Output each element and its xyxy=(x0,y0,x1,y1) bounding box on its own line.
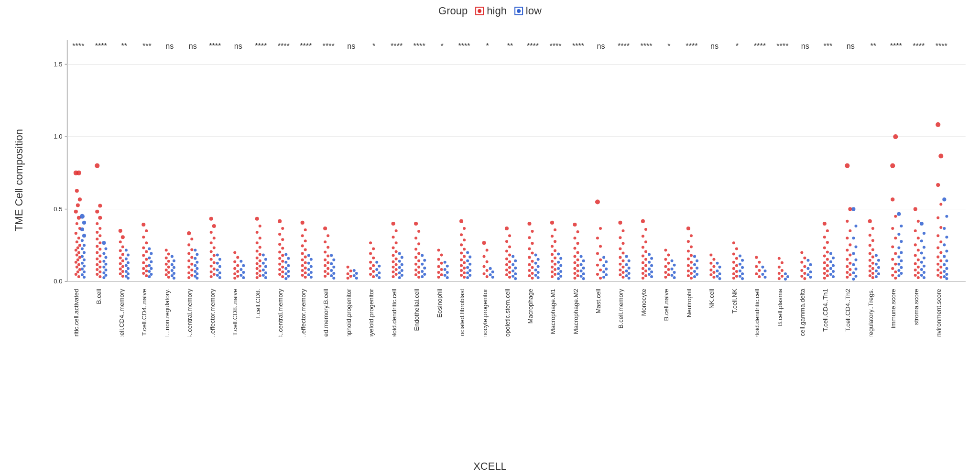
svg-point-310 xyxy=(324,270,327,273)
svg-point-758 xyxy=(849,273,851,276)
legend-group-label: Group xyxy=(438,5,468,17)
svg-point-458 xyxy=(508,260,511,263)
svg-point-156 xyxy=(171,274,174,277)
svg-point-177 xyxy=(196,267,198,270)
svg-point-818 xyxy=(897,263,900,266)
svg-point-789 xyxy=(877,259,880,262)
svg-point-195 xyxy=(210,270,213,273)
svg-point-595 xyxy=(642,261,644,264)
svg-point-362 xyxy=(395,273,398,276)
svg-point-580 xyxy=(625,263,628,266)
svg-point-763 xyxy=(854,245,857,248)
svg-text:ns: ns xyxy=(847,42,855,50)
svg-point-370 xyxy=(398,271,401,274)
svg-point-368 xyxy=(398,266,401,269)
svg-point-303 xyxy=(327,246,329,248)
svg-point-571 xyxy=(621,259,624,262)
svg-point-38 xyxy=(75,273,77,276)
svg-point-870 xyxy=(945,215,948,218)
svg-point-290 xyxy=(304,276,307,279)
svg-point-500 xyxy=(554,240,556,243)
svg-point-658 xyxy=(719,266,721,269)
svg-text:Myeloid.dendritic.cell.activat: Myeloid.dendritic.cell.activated xyxy=(73,289,80,336)
svg-point-486 xyxy=(528,274,531,277)
svg-point-598 xyxy=(644,270,647,272)
svg-point-498 xyxy=(554,228,556,231)
svg-point-685 xyxy=(758,261,761,264)
svg-point-383 xyxy=(417,266,420,269)
svg-point-399 xyxy=(440,262,443,265)
svg-point-407 xyxy=(444,268,446,271)
svg-point-384 xyxy=(414,269,417,271)
svg-point-84 xyxy=(104,263,107,266)
svg-point-74 xyxy=(98,266,101,269)
svg-point-46 xyxy=(81,247,84,250)
svg-point-700 xyxy=(781,275,784,278)
svg-point-691 xyxy=(763,270,766,272)
svg-point-120 xyxy=(142,246,145,249)
svg-point-516 xyxy=(557,267,560,270)
svg-point-435 xyxy=(468,274,471,277)
svg-point-602 xyxy=(648,253,651,256)
svg-point-48 xyxy=(81,255,84,258)
svg-point-173 xyxy=(196,253,198,256)
svg-point-526 xyxy=(573,247,576,249)
svg-point-667 xyxy=(735,257,738,260)
svg-point-232 xyxy=(259,259,261,262)
svg-point-768 xyxy=(852,271,855,274)
svg-point-460 xyxy=(508,266,511,269)
svg-point-116 xyxy=(142,223,145,227)
svg-point-155 xyxy=(173,272,175,275)
svg-point-98 xyxy=(121,259,124,262)
svg-point-203 xyxy=(218,271,221,274)
svg-point-298 xyxy=(310,276,313,279)
svg-point-309 xyxy=(327,267,329,270)
svg-point-464 xyxy=(508,276,511,279)
svg-point-314 xyxy=(332,259,335,261)
svg-text:B.cell.naive: B.cell.naive xyxy=(663,289,670,321)
svg-point-800 xyxy=(891,227,894,230)
svg-point-281 xyxy=(301,252,304,255)
svg-text:Common.myeloid.progenitor: Common.myeloid.progenitor xyxy=(368,289,375,336)
svg-point-470 xyxy=(514,272,517,275)
svg-point-510 xyxy=(554,273,556,276)
svg-point-508 xyxy=(554,268,556,271)
svg-point-286 xyxy=(304,267,307,270)
svg-point-213 xyxy=(233,272,236,275)
svg-point-87 xyxy=(102,271,105,274)
svg-point-632 xyxy=(690,254,693,257)
svg-point-681 xyxy=(739,275,741,278)
svg-point-862 xyxy=(939,259,942,262)
svg-point-755 xyxy=(846,265,849,268)
svg-text:ns: ns xyxy=(165,42,174,50)
svg-point-652 xyxy=(712,265,715,268)
svg-point-297 xyxy=(307,273,310,276)
svg-point-618 xyxy=(667,273,670,276)
svg-point-161 xyxy=(187,243,190,246)
svg-point-24 xyxy=(77,237,80,239)
svg-point-765 xyxy=(854,259,857,261)
svg-point-846 xyxy=(920,268,923,271)
svg-point-878 xyxy=(945,267,948,270)
svg-point-277 xyxy=(301,234,304,237)
svg-point-160 xyxy=(190,238,193,240)
svg-point-637 xyxy=(687,270,690,272)
svg-point-413 xyxy=(463,227,466,230)
svg-point-482 xyxy=(528,263,531,266)
svg-point-514 xyxy=(557,261,560,264)
svg-point-148 xyxy=(165,273,168,276)
svg-text:*: * xyxy=(440,42,444,50)
svg-point-860 xyxy=(939,251,942,254)
svg-point-778 xyxy=(869,252,871,255)
svg-point-135 xyxy=(150,267,152,270)
svg-point-264 xyxy=(281,275,284,278)
svg-point-857 xyxy=(936,234,939,237)
svg-point-714 xyxy=(806,259,809,262)
svg-text:Macrophage: Macrophage xyxy=(527,289,534,324)
svg-point-21 xyxy=(76,222,78,225)
svg-point-126 xyxy=(142,267,145,270)
svg-point-503 xyxy=(551,253,554,256)
svg-point-743 xyxy=(832,275,835,278)
svg-point-128 xyxy=(142,272,145,275)
svg-text:T.cell.CD8..effector.memory: T.cell.CD8..effector.memory xyxy=(300,289,307,336)
